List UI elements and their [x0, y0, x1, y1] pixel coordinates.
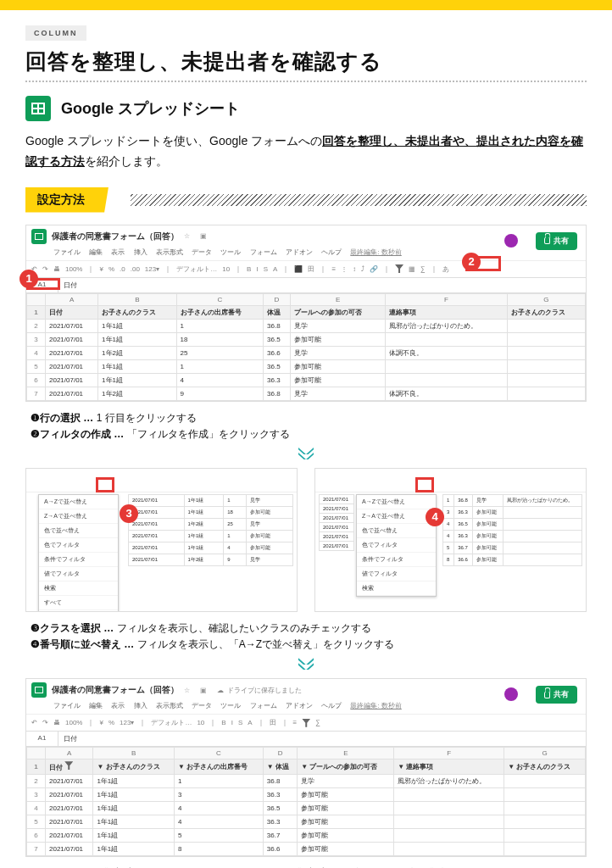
- menu-item[interactable]: ツール: [220, 248, 241, 256]
- menu-item[interactable]: フォーム: [250, 702, 277, 709]
- toolbar-item[interactable]: 100%: [65, 265, 82, 273]
- menu-item[interactable]: ヘルプ: [321, 248, 342, 256]
- toolbar-item[interactable]: S: [264, 265, 268, 273]
- filter-option[interactable]: 色でフィルタ: [357, 538, 436, 553]
- toolbar-item[interactable]: ▦: [409, 265, 415, 273]
- menu-item[interactable]: 表示: [111, 702, 125, 709]
- move-icon[interactable]: ▣: [200, 232, 207, 240]
- menu-item[interactable]: 表示形式: [156, 248, 183, 256]
- table-row[interactable]: 72021/07/011年2組936.8見学体調不良。: [27, 387, 586, 400]
- toolbar-item[interactable]: 10: [222, 265, 230, 273]
- filter-option-sort-az[interactable]: A→Zで並べ替え: [357, 495, 436, 509]
- toolbar-item[interactable]: 123▾: [145, 265, 159, 273]
- avatar[interactable]: [504, 234, 518, 248]
- filter-option[interactable]: 色で並べ替え: [39, 524, 118, 538]
- toolbar-item[interactable]: %: [108, 265, 114, 273]
- toolbar-item[interactable]: あ: [442, 264, 449, 274]
- table-row[interactable]: 52021/07/011年1組136.5参加可能: [27, 359, 586, 373]
- filter-option[interactable]: A→Zで並べ替え: [39, 495, 118, 509]
- toolbar-item[interactable]: 🔗: [370, 265, 378, 273]
- toolbar-item[interactable]: B: [247, 265, 251, 273]
- filter-option[interactable]: Z→Aで並べ替え: [39, 509, 118, 524]
- filter-search[interactable]: 検索: [357, 581, 436, 596]
- toolbar-item[interactable]: ↕: [353, 265, 356, 273]
- filter-search[interactable]: 検索: [39, 581, 118, 596]
- menu-item[interactable]: ファイル: [53, 702, 81, 709]
- menu-item[interactable]: アドオン: [286, 702, 313, 709]
- table-row[interactable]: 42021/07/011年2組2536.6見学体調不良。: [27, 346, 586, 359]
- filter-dropdown[interactable]: A→Zで並べ替え Z→Aで並べ替え 色で並べ替え 色でフィルタ 条件でフィルタ …: [38, 494, 119, 612]
- menu-item[interactable]: データ: [192, 702, 212, 709]
- table-row[interactable]: 62021/07/011年1組536.7参加可能: [27, 829, 586, 843]
- toolbar-item[interactable]: A: [273, 265, 277, 273]
- table-row[interactable]: 62021/07/011年1組436.3参加可能: [27, 373, 586, 387]
- menu-item[interactable]: フォーム: [250, 248, 277, 256]
- menu-item[interactable]: データ: [192, 248, 212, 256]
- menu-item[interactable]: ファイル: [53, 248, 81, 256]
- col-letter[interactable]: A: [46, 293, 98, 305]
- cell-name[interactable]: A1: [26, 732, 58, 746]
- toolbar-item[interactable]: .0: [120, 265, 125, 273]
- col-letter[interactable]: D: [264, 293, 291, 305]
- menu-item[interactable]: 表示形式: [156, 702, 183, 709]
- toolbar-item[interactable]: .00: [131, 265, 140, 273]
- spreadsheet-grid[interactable]: A B C D E F G 1 日付 お子さんのクラス お子さんの出席番号 体温…: [26, 293, 586, 401]
- col-letter[interactable]: E: [290, 293, 386, 305]
- menu-item[interactable]: 表示: [111, 248, 125, 256]
- spreadsheet-grid[interactable]: AB CD EF G 1 日付 ▼ お子さんのクラス ▼ お子さんの出席番号 ▼…: [26, 747, 586, 856]
- filter-option[interactable]: 色でフィルタ: [39, 538, 118, 553]
- table-row[interactable]: 32021/07/011年1組336.3参加可能: [27, 788, 586, 802]
- col-letter[interactable]: G: [507, 293, 585, 305]
- table-row[interactable]: 22021/07/011年1組136.8見学風邪が治ったばかりのため。: [27, 319, 586, 332]
- table-row[interactable]: 42021/07/011年1組436.5参加可能: [27, 802, 586, 815]
- filter-option[interactable]: 条件でフィルタ: [357, 553, 436, 567]
- col-letter[interactable]: C: [176, 293, 264, 305]
- filter-icon[interactable]: [302, 719, 310, 727]
- menu-item[interactable]: アドオン: [286, 248, 313, 256]
- fx-value[interactable]: 日付: [58, 278, 82, 292]
- filter-option[interactable]: 色で並べ替え: [357, 524, 436, 538]
- toolbar-item[interactable]: ⤴: [361, 265, 364, 273]
- toolbar-item[interactable]: デフォルト…: [176, 264, 217, 274]
- toolbar-item[interactable]: I: [256, 265, 258, 273]
- filter-icon[interactable]: [64, 761, 73, 770]
- star-icon[interactable]: ☆: [184, 232, 190, 240]
- move-icon[interactable]: ▣: [200, 687, 207, 694]
- corner-cell[interactable]: [27, 293, 46, 305]
- toolbar-item[interactable]: ↷: [42, 265, 48, 273]
- table-row[interactable]: 1 日付 ▼ お子さんのクラス ▼ お子さんの出席番号 ▼ 体温 ▼ プールへの…: [27, 760, 586, 775]
- filter-option-all[interactable]: すべて: [39, 596, 118, 610]
- table-row[interactable]: 72021/07/011年1組836.6参加可能: [27, 843, 586, 856]
- filter-option[interactable]: 値でフィルタ: [357, 567, 436, 581]
- filter-option-check[interactable]: ✓ 1年1組: [39, 610, 118, 612]
- filter-option[interactable]: 条件でフィルタ: [39, 553, 118, 567]
- toolbar-item[interactable]: ≡: [331, 265, 336, 273]
- table-row[interactable]: 22021/07/011年1組136.8見学風邪が治ったばかりのため。: [27, 775, 586, 788]
- table-row[interactable]: 1 日付 お子さんのクラス お子さんの出席番号 体温 プールへの参加の可否 連絡…: [27, 305, 586, 319]
- fx-value[interactable]: 日付: [58, 732, 82, 746]
- star-icon[interactable]: ☆: [184, 687, 190, 694]
- menu-item[interactable]: 編集: [89, 702, 103, 709]
- toolbar-item[interactable]: ⋮: [341, 265, 348, 273]
- table-row[interactable]: 52021/07/011年1組436.3参加可能: [27, 815, 586, 829]
- share-button[interactable]: 共有: [536, 686, 577, 704]
- menu-item[interactable]: 挿入: [134, 702, 147, 709]
- menu-item[interactable]: ヘルプ: [321, 702, 342, 709]
- toolbar-item[interactable]: ⬛: [294, 265, 303, 273]
- toolbar-item[interactable]: 🖶: [53, 265, 60, 273]
- menu-item[interactable]: 挿入: [134, 248, 147, 256]
- menu-item[interactable]: 編集: [89, 248, 103, 256]
- toolbar-item[interactable]: 田: [308, 264, 314, 274]
- col-letter[interactable]: F: [386, 293, 507, 305]
- toolbar-item[interactable]: ¥: [99, 265, 103, 273]
- sheets-logo-icon: [31, 682, 47, 698]
- toolbar-item[interactable]: ∑: [420, 265, 426, 273]
- filter-icon[interactable]: [395, 264, 403, 273]
- filter-option[interactable]: Z→Aで並べ替え: [357, 509, 436, 524]
- col-letter[interactable]: B: [98, 293, 176, 305]
- menu-item[interactable]: ツール: [220, 702, 241, 709]
- table-row[interactable]: 32021/07/011年1組1836.5参加可能: [27, 332, 586, 346]
- share-button[interactable]: 共有: [536, 232, 577, 250]
- filter-dropdown[interactable]: A→Zで並べ替え Z→Aで並べ替え 色で並べ替え 色でフィルタ 条件でフィルタ …: [356, 494, 437, 597]
- filter-option[interactable]: 値でフィルタ: [39, 567, 118, 581]
